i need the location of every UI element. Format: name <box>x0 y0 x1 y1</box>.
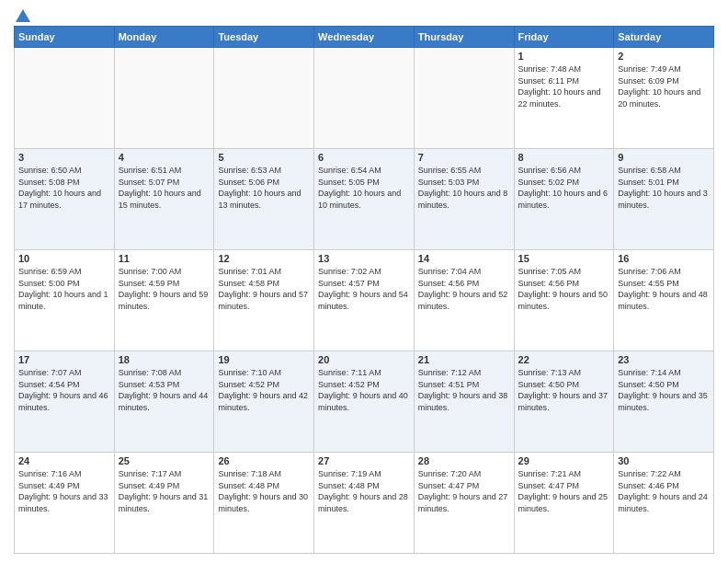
day-info: Sunrise: 7:22 AMSunset: 4:46 PMDaylight:… <box>618 468 710 514</box>
day-info: Sunrise: 6:58 AMSunset: 5:01 PMDaylight:… <box>618 165 710 211</box>
day-info: Sunrise: 7:02 AMSunset: 4:57 PMDaylight:… <box>318 266 410 312</box>
day-number: 8 <box>518 152 610 163</box>
day-number: 3 <box>18 152 110 163</box>
day-number: 19 <box>218 354 310 365</box>
calendar-day-cell <box>114 48 214 149</box>
day-info: Sunrise: 6:54 AMSunset: 5:05 PMDaylight:… <box>318 165 410 211</box>
day-number: 27 <box>318 455 410 466</box>
calendar-day-cell: 25Sunrise: 7:17 AMSunset: 4:49 PMDayligh… <box>114 453 214 554</box>
day-info: Sunrise: 7:18 AMSunset: 4:48 PMDaylight:… <box>218 468 310 514</box>
calendar-day-cell: 11Sunrise: 7:00 AMSunset: 4:59 PMDayligh… <box>114 250 214 351</box>
calendar-week-row: 24Sunrise: 7:16 AMSunset: 4:49 PMDayligh… <box>15 453 714 554</box>
day-number: 4 <box>119 152 210 163</box>
calendar-day-cell: 2Sunrise: 7:49 AMSunset: 6:09 PMDaylight… <box>614 48 714 149</box>
day-info: Sunrise: 7:08 AMSunset: 4:53 PMDaylight:… <box>119 367 210 413</box>
calendar-day-cell: 9Sunrise: 6:58 AMSunset: 5:01 PMDaylight… <box>614 149 714 250</box>
calendar-day-cell: 10Sunrise: 6:59 AMSunset: 5:00 PMDayligh… <box>15 250 115 351</box>
day-number: 18 <box>119 354 210 365</box>
day-info: Sunrise: 6:55 AMSunset: 5:03 PMDaylight:… <box>418 165 510 211</box>
calendar-day-cell <box>15 48 115 149</box>
calendar-day-cell <box>414 48 514 149</box>
day-info: Sunrise: 7:10 AMSunset: 4:52 PMDaylight:… <box>218 367 310 413</box>
calendar-day-cell: 7Sunrise: 6:55 AMSunset: 5:03 PMDaylight… <box>414 149 514 250</box>
calendar-header-thursday: Thursday <box>414 27 514 48</box>
calendar-week-row: 17Sunrise: 7:07 AMSunset: 4:54 PMDayligh… <box>15 351 714 453</box>
calendar-day-cell <box>214 48 314 149</box>
calendar-header-row: SundayMondayTuesdayWednesdayThursdayFrid… <box>15 27 714 48</box>
day-info: Sunrise: 7:06 AMSunset: 4:55 PMDaylight:… <box>618 266 710 312</box>
calendar-day-cell: 19Sunrise: 7:10 AMSunset: 4:52 PMDayligh… <box>214 351 314 453</box>
calendar-day-cell: 4Sunrise: 6:51 AMSunset: 5:07 PMDaylight… <box>114 149 214 250</box>
day-info: Sunrise: 7:49 AMSunset: 6:09 PMDaylight:… <box>618 63 710 109</box>
logo-text <box>14 9 30 22</box>
day-number: 26 <box>218 455 310 466</box>
day-info: Sunrise: 7:00 AMSunset: 4:59 PMDaylight:… <box>119 266 210 312</box>
logo <box>14 9 30 18</box>
day-number: 14 <box>418 253 510 264</box>
calendar-day-cell: 18Sunrise: 7:08 AMSunset: 4:53 PMDayligh… <box>114 351 214 453</box>
calendar-day-cell: 1Sunrise: 7:48 AMSunset: 6:11 PMDaylight… <box>514 48 614 149</box>
day-info: Sunrise: 7:12 AMSunset: 4:51 PMDaylight:… <box>418 367 510 413</box>
calendar-week-row: 3Sunrise: 6:50 AMSunset: 5:08 PMDaylight… <box>15 149 714 250</box>
day-number: 1 <box>518 51 610 62</box>
day-number: 6 <box>318 152 410 163</box>
day-number: 29 <box>518 455 610 466</box>
day-number: 15 <box>518 253 610 264</box>
day-info: Sunrise: 7:04 AMSunset: 4:56 PMDaylight:… <box>418 266 510 312</box>
calendar-header-tuesday: Tuesday <box>214 27 314 48</box>
day-info: Sunrise: 7:07 AMSunset: 4:54 PMDaylight:… <box>18 367 110 413</box>
page: SundayMondayTuesdayWednesdayThursdayFrid… <box>0 0 728 563</box>
day-info: Sunrise: 7:21 AMSunset: 4:47 PMDaylight:… <box>518 468 610 514</box>
calendar-day-cell: 8Sunrise: 6:56 AMSunset: 5:02 PMDaylight… <box>514 149 614 250</box>
logo-triangle-icon <box>16 9 30 22</box>
calendar-day-cell: 16Sunrise: 7:06 AMSunset: 4:55 PMDayligh… <box>614 250 714 351</box>
calendar-day-cell: 3Sunrise: 6:50 AMSunset: 5:08 PMDaylight… <box>15 149 115 250</box>
day-number: 13 <box>318 253 410 264</box>
calendar-day-cell: 6Sunrise: 6:54 AMSunset: 5:05 PMDaylight… <box>314 149 415 250</box>
day-number: 9 <box>618 152 710 163</box>
day-info: Sunrise: 6:56 AMSunset: 5:02 PMDaylight:… <box>518 165 610 211</box>
calendar-day-cell: 5Sunrise: 6:53 AMSunset: 5:06 PMDaylight… <box>214 149 314 250</box>
calendar-day-cell: 27Sunrise: 7:19 AMSunset: 4:48 PMDayligh… <box>314 453 415 554</box>
day-info: Sunrise: 6:59 AMSunset: 5:00 PMDaylight:… <box>18 266 110 312</box>
calendar-day-cell: 12Sunrise: 7:01 AMSunset: 4:58 PMDayligh… <box>214 250 314 351</box>
day-info: Sunrise: 6:51 AMSunset: 5:07 PMDaylight:… <box>119 165 210 211</box>
day-info: Sunrise: 6:50 AMSunset: 5:08 PMDaylight:… <box>18 165 110 211</box>
day-info: Sunrise: 7:01 AMSunset: 4:58 PMDaylight:… <box>218 266 310 312</box>
day-info: Sunrise: 7:17 AMSunset: 4:49 PMDaylight:… <box>119 468 210 514</box>
day-number: 5 <box>218 152 310 163</box>
day-number: 20 <box>318 354 410 365</box>
calendar-header-saturday: Saturday <box>614 27 714 48</box>
calendar-week-row: 1Sunrise: 7:48 AMSunset: 6:11 PMDaylight… <box>15 48 714 149</box>
day-info: Sunrise: 6:53 AMSunset: 5:06 PMDaylight:… <box>218 165 310 211</box>
calendar-day-cell: 28Sunrise: 7:20 AMSunset: 4:47 PMDayligh… <box>414 453 514 554</box>
day-number: 17 <box>18 354 110 365</box>
day-number: 10 <box>18 253 110 264</box>
day-info: Sunrise: 7:11 AMSunset: 4:52 PMDaylight:… <box>318 367 410 413</box>
calendar-week-row: 10Sunrise: 6:59 AMSunset: 5:00 PMDayligh… <box>15 250 714 351</box>
day-number: 24 <box>18 455 110 466</box>
calendar-day-cell: 23Sunrise: 7:14 AMSunset: 4:50 PMDayligh… <box>614 351 714 453</box>
day-info: Sunrise: 7:14 AMSunset: 4:50 PMDaylight:… <box>618 367 710 413</box>
day-number: 11 <box>119 253 210 264</box>
day-number: 16 <box>618 253 710 264</box>
calendar-day-cell: 30Sunrise: 7:22 AMSunset: 4:46 PMDayligh… <box>614 453 714 554</box>
day-info: Sunrise: 7:16 AMSunset: 4:49 PMDaylight:… <box>18 468 110 514</box>
day-number: 23 <box>618 354 710 365</box>
calendar-day-cell: 13Sunrise: 7:02 AMSunset: 4:57 PMDayligh… <box>314 250 415 351</box>
day-info: Sunrise: 7:20 AMSunset: 4:47 PMDaylight:… <box>418 468 510 514</box>
calendar-day-cell: 15Sunrise: 7:05 AMSunset: 4:56 PMDayligh… <box>514 250 614 351</box>
calendar-day-cell: 17Sunrise: 7:07 AMSunset: 4:54 PMDayligh… <box>15 351 115 453</box>
calendar-header-sunday: Sunday <box>15 27 115 48</box>
calendar-header-friday: Friday <box>514 27 614 48</box>
day-number: 30 <box>618 455 710 466</box>
calendar-header-monday: Monday <box>114 27 214 48</box>
calendar-day-cell: 24Sunrise: 7:16 AMSunset: 4:49 PMDayligh… <box>15 453 115 554</box>
day-number: 22 <box>518 354 610 365</box>
calendar-header-wednesday: Wednesday <box>314 27 415 48</box>
day-number: 25 <box>119 455 210 466</box>
day-info: Sunrise: 7:05 AMSunset: 4:56 PMDaylight:… <box>518 266 610 312</box>
day-number: 28 <box>418 455 510 466</box>
day-number: 7 <box>418 152 510 163</box>
day-info: Sunrise: 7:19 AMSunset: 4:48 PMDaylight:… <box>318 468 410 514</box>
